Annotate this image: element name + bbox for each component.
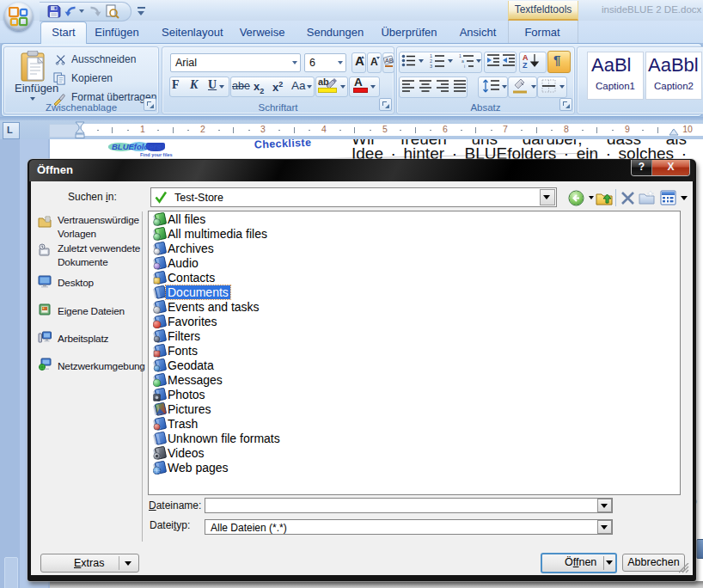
svg-text:AB: AB <box>385 58 394 64</box>
svg-text:3: 3 <box>430 64 432 68</box>
svg-text:Z: Z <box>523 61 528 69</box>
svg-text:i: i <box>464 64 465 68</box>
